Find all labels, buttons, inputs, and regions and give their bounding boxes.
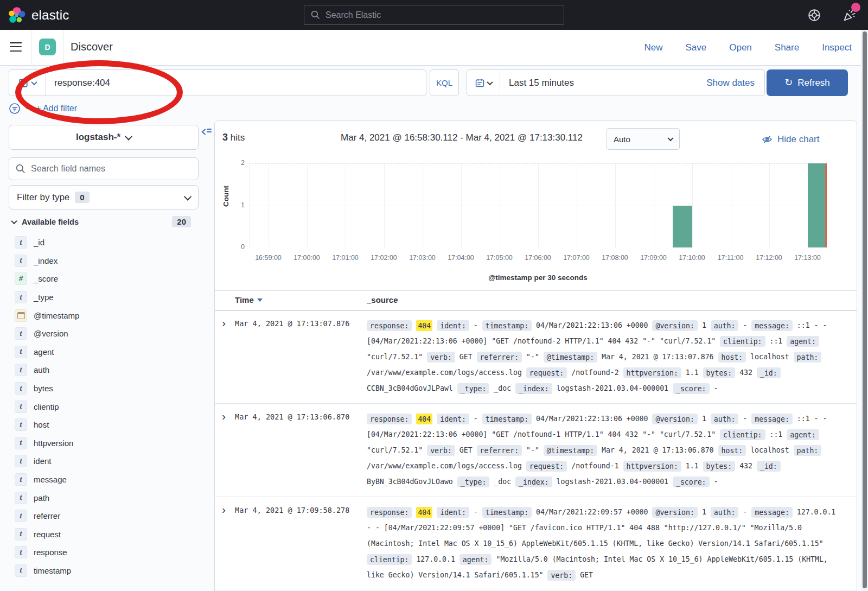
source-field-name: path: <box>794 445 822 456</box>
time-range-quick-label[interactable]: Last 15 minutes <box>509 78 706 88</box>
expand-row-icon[interactable]: › <box>222 504 226 515</box>
time-header-label: Time <box>235 295 254 304</box>
doc-rows: ›Mar 4, 2021 @ 17:13:07.876response: 404… <box>215 310 857 590</box>
source-value: - <box>743 415 747 423</box>
query-bar[interactable]: response:404 <box>9 69 426 96</box>
field-item-_type[interactable]: t_type <box>15 288 199 307</box>
source-field-name: ident: <box>437 320 469 331</box>
global-search-input[interactable]: Search Elastic <box>304 5 564 25</box>
field-item-@version[interactable]: t@version <box>15 325 199 343</box>
add-filter-button[interactable]: + Add filter <box>36 104 77 113</box>
elastic-logo-icon <box>8 6 26 24</box>
x-tick-label: 17:03:00 <box>401 254 444 262</box>
x-tick-label: 17:12:00 <box>748 254 791 262</box>
source-field-name: _score: <box>673 476 710 487</box>
elastic-logo[interactable]: elastic <box>8 6 69 24</box>
time-column-header[interactable]: Time <box>235 295 263 304</box>
field-label: _type <box>34 293 54 302</box>
interval-select[interactable]: Auto <box>607 128 680 150</box>
highlighted-value: 404 <box>416 507 432 518</box>
field-item-auth[interactable]: tauth <box>15 361 199 379</box>
field-item-path[interactable]: tpath <box>15 488 199 507</box>
hits-number: 3 <box>222 132 228 143</box>
filter-icon[interactable] <box>9 103 21 115</box>
source-value: ByBN_3cB04dGovJLOawo <box>367 478 453 486</box>
x-tick-label: 17:06:00 <box>516 254 560 262</box>
query-input[interactable]: response:404 <box>54 78 110 88</box>
field-item-agent[interactable]: tagent <box>15 343 199 361</box>
hide-chart-button[interactable]: Hide chart <box>762 134 819 145</box>
source-field-name: timestamp: <box>482 507 532 518</box>
nav-action-inspect[interactable]: Inspect <box>822 42 852 53</box>
show-dates-button[interactable]: Show dates <box>706 78 755 88</box>
field-item-@timestamp[interactable]: @timestamp <box>15 306 199 325</box>
search-icon <box>311 10 320 20</box>
source-value: 432 <box>739 462 752 470</box>
chevron-down-icon <box>11 218 17 224</box>
field-item-timestamp[interactable]: ttimestamp <box>15 562 199 580</box>
histogram-bar[interactable] <box>673 206 692 248</box>
results-panel: 3 hits Mar 4, 2021 @ 16:58:30.112 - Mar … <box>214 120 857 591</box>
filter-by-type-select[interactable]: Filter by type 0 <box>9 185 199 209</box>
histogram-chart[interactable]: Count 16:59:0017:00:0017:01:0017:02:0017… <box>215 156 858 286</box>
source-value: 432 <box>739 368 752 377</box>
hits-count: 3 hits <box>222 132 245 143</box>
field-label: request <box>34 530 61 539</box>
field-type-text-icon: t <box>15 546 27 558</box>
histogram-bar[interactable] <box>808 163 827 247</box>
collapse-sidebar-button[interactable] <box>201 126 212 139</box>
menu-hamburger-icon[interactable] <box>10 42 22 52</box>
field-item-message[interactable]: tmessage <box>15 471 199 489</box>
expand-row-icon[interactable]: › <box>222 410 226 422</box>
field-item-clientip[interactable]: tclientip <box>15 397 199 416</box>
saved-query-icon <box>18 78 28 88</box>
doc-time: Mar 4, 2021 @ 17:13:06.870 <box>235 412 349 421</box>
search-icon <box>16 164 25 174</box>
expand-row-icon[interactable]: › <box>222 317 226 328</box>
scrollbar-thumb[interactable] <box>863 31 867 588</box>
source-field-name: auth: <box>711 414 739 424</box>
source-field-name: ident: <box>437 507 469 518</box>
source-field-name: message: <box>751 320 793 331</box>
field-item-_score[interactable]: #_score <box>15 270 199 288</box>
date-picker[interactable]: Last 15 minutes Show dates <box>467 69 765 96</box>
doc-source: response: 404 ident: - timestamp: 04/Mar… <box>367 317 836 396</box>
field-item-_index[interactable]: t_index <box>15 252 199 270</box>
field-label: referrer <box>34 511 60 520</box>
field-item-httpversion[interactable]: thttpversion <box>15 434 199 453</box>
field-item-request[interactable]: trequest <box>15 525 199 544</box>
date-quick-menu[interactable] <box>467 70 500 96</box>
nav-action-open[interactable]: Open <box>729 42 752 53</box>
index-pattern-select[interactable]: logstash-* <box>9 125 199 150</box>
query-language-button[interactable]: KQL <box>430 69 459 96</box>
source-value: ::1 <box>769 337 782 345</box>
field-item-bytes[interactable]: tbytes <box>15 379 199 398</box>
field-label: _score <box>34 274 58 283</box>
available-fields-header[interactable]: Available fields 20 <box>12 216 199 227</box>
saved-query-menu[interactable] <box>9 70 46 96</box>
help-icon[interactable] <box>807 8 821 22</box>
sort-descending-icon <box>257 298 263 302</box>
field-label: ident <box>34 456 52 466</box>
source-field-name: _score: <box>673 383 710 394</box>
field-item-host[interactable]: thost <box>15 416 199 434</box>
refresh-button[interactable]: ↻ Refresh <box>767 69 848 96</box>
source-field-name: _type: <box>457 383 490 394</box>
nav-action-share[interactable]: Share <box>775 42 799 53</box>
field-item-referrer[interactable]: treferrer <box>15 507 199 525</box>
x-axis-title: @timestamp per 30 seconds <box>249 274 827 282</box>
page-scrollbar <box>861 30 868 591</box>
field-search-input[interactable]: Search field names <box>9 157 199 180</box>
nav-action-save[interactable]: Save <box>685 42 706 53</box>
field-item-ident[interactable]: tident <box>15 452 199 471</box>
discover-app-badge[interactable]: D <box>39 39 56 55</box>
source-field-name: agent: <box>459 554 492 565</box>
field-item-_id[interactable]: t_id <box>15 233 199 252</box>
x-tick-label: 17:13:00 <box>786 254 829 262</box>
source-field-name: auth: <box>711 320 739 331</box>
nav-action-new[interactable]: New <box>644 42 662 53</box>
field-type-text-icon: t <box>15 327 27 340</box>
app-navbar: D Discover NewSaveOpenShareInspect <box>0 30 868 66</box>
field-item-response[interactable]: tresponse <box>15 543 199 562</box>
source-field-name: _index: <box>515 383 552 394</box>
